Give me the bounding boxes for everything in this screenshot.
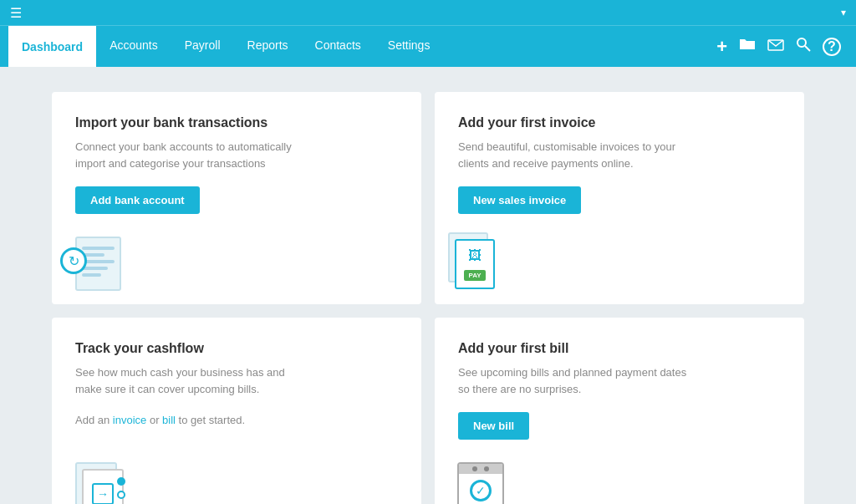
left-column: Import your bank transactions Connect yo… (52, 92, 421, 504)
nav-item-contacts[interactable]: Contacts (302, 26, 374, 67)
cashflow-dots (117, 477, 125, 499)
arrow-icon: → (92, 483, 114, 505)
main-content: Import your bank transactions Connect yo… (0, 67, 856, 504)
nav-item-accounts[interactable]: Accounts (96, 26, 171, 67)
bill-link[interactable]: bill (162, 414, 176, 426)
nav-items: Dashboard Accounts Payroll Reports Conta… (8, 26, 710, 67)
cashflow-card-desc2: Add an invoice or bill to get started. (75, 412, 314, 429)
cashflow-card-desc: See how much cash your business has and … (75, 364, 314, 397)
top-bar: ☰ ▾ (0, 0, 856, 25)
bill-card-title: Add your first bill (458, 341, 697, 356)
mail-icon[interactable] (767, 38, 784, 55)
topbar-left: ☰ (10, 5, 22, 21)
nav-actions: + ? (710, 26, 848, 67)
folder-icon[interactable] (739, 38, 756, 55)
new-bill-button[interactable]: New bill (458, 412, 529, 440)
invoice-card-title: Add your first invoice (458, 115, 697, 130)
cashflow-illustration: → (59, 462, 125, 505)
cards-grid: Import your bank transactions Connect yo… (52, 92, 804, 504)
invoice-card: Add your first invoice Send beautiful, c… (435, 92, 804, 304)
bank-card-desc: Connect your bank accounts to automatica… (75, 139, 314, 171)
bank-card: Import your bank transactions Connect yo… (52, 92, 421, 304)
right-column: Add your first invoice Send beautiful, c… (435, 92, 804, 504)
new-sales-invoice-button[interactable]: New sales invoice (458, 186, 581, 214)
invoice-card-desc: Send beautiful, customisable invoices to… (458, 139, 697, 171)
bill-illustration: ✓ (441, 458, 508, 504)
invoice-doc-front: 🖼 PAY (455, 239, 495, 289)
refresh-icon (60, 247, 87, 274)
calendar-icon: ✓ (457, 462, 504, 504)
cashflow-card-content: Track your cashflow See how much cash yo… (75, 341, 398, 444)
cashflow-card: Track your cashflow See how much cash yo… (52, 318, 421, 504)
bill-card-content: Add your first bill See upcoming bills a… (458, 341, 781, 440)
nav-item-payroll[interactable]: Payroll (171, 26, 234, 67)
add-icon[interactable]: + (716, 36, 727, 58)
invoice-illustration: 🖼 PAY (441, 232, 508, 299)
bill-card: Add your first bill See upcoming bills a… (435, 318, 804, 504)
bank-card-title: Import your bank transactions (75, 115, 314, 130)
help-icon[interactable]: ? (823, 38, 841, 56)
topbar-dropdown[interactable]: ▾ (841, 7, 846, 18)
navbar: Dashboard Accounts Payroll Reports Conta… (0, 25, 856, 67)
image-icon: 🖼 (468, 248, 482, 263)
cashflow-card-title: Track your cashflow (75, 341, 314, 356)
bill-card-desc: See upcoming bills and planned payment d… (458, 364, 697, 397)
invoice-link[interactable]: invoice (113, 414, 146, 426)
add-bank-account-button[interactable]: Add bank account (75, 186, 200, 214)
dot2 (117, 491, 125, 499)
pay-badge: PAY (464, 270, 485, 281)
bank-illustration (59, 232, 125, 299)
nav-item-dashboard[interactable]: Dashboard (8, 26, 96, 67)
dot1 (117, 477, 125, 486)
nav-item-reports[interactable]: Reports (234, 26, 302, 67)
svg-line-2 (805, 46, 810, 51)
check-icon: ✓ (470, 480, 492, 501)
dropdown-icon: ▾ (841, 7, 846, 18)
nav-item-settings[interactable]: Settings (374, 26, 444, 67)
hamburger-icon[interactable]: ☰ (10, 5, 22, 21)
invoice-card-content: Add your first invoice Send beautiful, c… (458, 115, 781, 214)
search-icon[interactable] (796, 37, 811, 56)
bank-card-content: Import your bank transactions Connect yo… (75, 115, 398, 214)
svg-point-1 (797, 38, 806, 47)
